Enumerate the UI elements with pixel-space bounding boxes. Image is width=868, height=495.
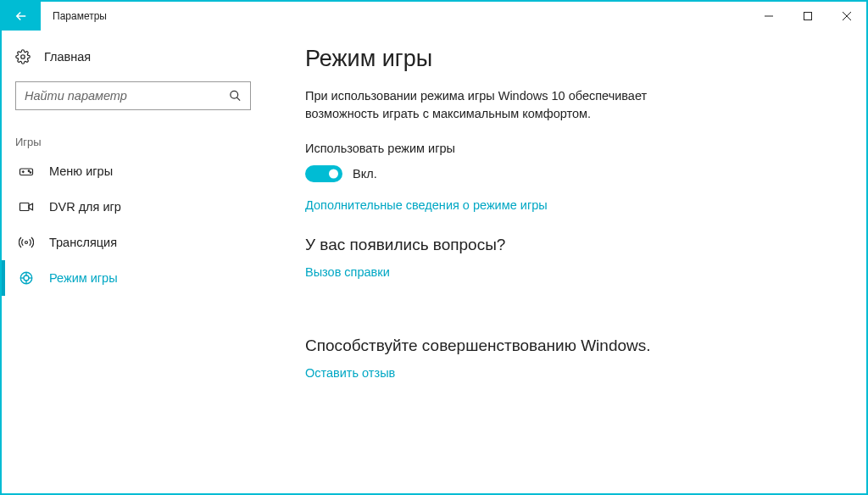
sidebar-item-label: Меню игры bbox=[49, 164, 113, 178]
arrow-left-icon bbox=[14, 8, 29, 24]
window-controls bbox=[749, 2, 866, 31]
sidebar-item-label: Трансляция bbox=[49, 236, 117, 249]
learn-more-link[interactable]: Дополнительные сведения о режиме игры bbox=[305, 198, 548, 212]
dvr-icon bbox=[19, 199, 34, 214]
sidebar-item-game-dvr[interactable]: DVR для игр bbox=[2, 189, 264, 225]
svg-point-15 bbox=[24, 275, 29, 281]
game-bar-icon bbox=[19, 164, 34, 179]
search-wrap bbox=[2, 71, 264, 117]
game-mode-toggle[interactable] bbox=[305, 165, 342, 182]
search-icon bbox=[229, 90, 242, 103]
svg-point-5 bbox=[231, 91, 238, 98]
toggle-label: Использовать режим игры bbox=[305, 142, 832, 155]
back-button[interactable] bbox=[2, 2, 41, 31]
maximize-button[interactable] bbox=[788, 2, 827, 31]
get-help-link[interactable]: Вызов справки bbox=[305, 265, 390, 279]
gear-icon bbox=[15, 49, 31, 64]
search-box[interactable] bbox=[15, 81, 251, 110]
close-button[interactable] bbox=[827, 2, 866, 31]
game-mode-icon bbox=[19, 270, 34, 286]
toggle-knob bbox=[329, 170, 338, 179]
close-icon bbox=[843, 12, 851, 20]
toggle-state: Вкл. bbox=[353, 167, 377, 181]
sidebar-item-label: DVR для игр bbox=[49, 200, 121, 214]
toggle-row: Вкл. bbox=[305, 165, 832, 182]
svg-point-11 bbox=[30, 172, 31, 174]
broadcast-icon bbox=[19, 235, 34, 250]
body: Главная Игры Меню игры bbox=[2, 31, 866, 493]
feedback-section: Способствуйте совершенствованию Windows.… bbox=[305, 336, 832, 403]
sidebar-item-broadcasting[interactable]: Трансляция bbox=[2, 225, 264, 260]
svg-rect-12 bbox=[20, 203, 30, 211]
section-label: Игры bbox=[2, 117, 264, 153]
minimize-icon bbox=[765, 12, 773, 20]
home-label: Главная bbox=[44, 50, 91, 64]
window-title: Параметры bbox=[41, 2, 107, 31]
sidebar-item-label: Режим игры bbox=[49, 271, 118, 285]
questions-heading: У вас появились вопросы? bbox=[305, 236, 832, 254]
improve-heading: Способствуйте совершенствованию Windows. bbox=[305, 336, 832, 355]
sidebar-item-game-bar[interactable]: Меню игры bbox=[2, 153, 264, 189]
svg-point-10 bbox=[28, 170, 30, 172]
svg-line-6 bbox=[236, 97, 240, 101]
search-input[interactable] bbox=[16, 82, 250, 109]
minimize-button[interactable] bbox=[749, 2, 788, 31]
nav: Меню игры DVR для игр Трансляция bbox=[2, 153, 264, 296]
svg-point-4 bbox=[21, 55, 25, 59]
questions-section: У вас появились вопросы? Вызов справки bbox=[305, 236, 832, 303]
svg-point-13 bbox=[25, 242, 28, 244]
home-nav[interactable]: Главная bbox=[2, 42, 264, 71]
sidebar-item-game-mode[interactable]: Режим игры bbox=[2, 260, 264, 296]
titlebar: Параметры bbox=[2, 2, 866, 31]
content: Режим игры При использовании режима игры… bbox=[264, 31, 866, 493]
page-title: Режим игры bbox=[305, 46, 832, 72]
maximize-icon bbox=[804, 12, 812, 20]
svg-rect-1 bbox=[804, 13, 812, 20]
sidebar: Главная Игры Меню игры bbox=[2, 31, 264, 493]
page-description: При использовании режима игры Windows 10… bbox=[305, 87, 670, 123]
feedback-link[interactable]: Оставить отзыв bbox=[305, 366, 395, 380]
settings-window: Параметры Главная bbox=[0, 0, 868, 495]
